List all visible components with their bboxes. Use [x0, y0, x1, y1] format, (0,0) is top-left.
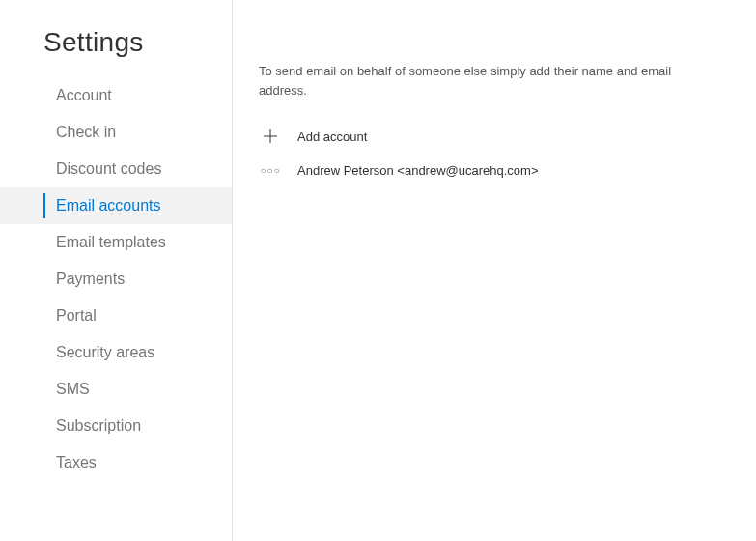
sidebar-item-label: Discount codes: [56, 160, 161, 177]
sidebar-item-label: Email templates: [56, 234, 166, 250]
sidebar-item-label: Subscription: [56, 417, 141, 434]
sidebar-list: Account Check in Discount codes Email ac…: [0, 77, 232, 481]
account-item[interactable]: ○○○ Andrew Peterson <andrew@ucarehq.com>: [259, 157, 727, 184]
description-text: To send email on behalf of someone else …: [259, 62, 713, 100]
sidebar-item-label: Account: [56, 87, 112, 103]
sidebar-item-label: Payments: [56, 270, 125, 287]
sidebar-item-label: SMS: [56, 381, 90, 397]
sidebar-item-label: Portal: [56, 307, 97, 324]
sidebar-item-label: Taxes: [56, 454, 97, 470]
add-account-button[interactable]: Add account: [259, 123, 727, 150]
sidebar-item-check-in[interactable]: Check in: [0, 114, 232, 151]
more-icon[interactable]: ○○○: [259, 165, 282, 176]
sidebar-item-sms[interactable]: SMS: [0, 371, 232, 408]
sidebar-item-label: Email accounts: [56, 197, 161, 214]
sidebar-item-security-areas[interactable]: Security areas: [0, 334, 232, 371]
add-account-label: Add account: [297, 129, 367, 144]
sidebar-item-portal[interactable]: Portal: [0, 298, 232, 334]
sidebar-item-discount-codes[interactable]: Discount codes: [0, 151, 232, 187]
sidebar-item-account[interactable]: Account: [0, 77, 232, 114]
sidebar: Settings Account Check in Discount codes…: [0, 0, 233, 541]
page-title: Settings: [0, 27, 232, 58]
sidebar-item-payments[interactable]: Payments: [0, 261, 232, 298]
sidebar-item-label: Check in: [56, 124, 116, 140]
plus-icon: [259, 128, 282, 144]
sidebar-item-label: Security areas: [56, 344, 154, 360]
account-display: Andrew Peterson <andrew@ucarehq.com>: [297, 163, 539, 178]
sidebar-item-subscription[interactable]: Subscription: [0, 408, 232, 444]
sidebar-item-email-accounts[interactable]: Email accounts: [0, 187, 232, 224]
sidebar-item-email-templates[interactable]: Email templates: [0, 224, 232, 261]
sidebar-item-taxes[interactable]: Taxes: [0, 444, 232, 481]
main-content: To send email on behalf of someone else …: [233, 0, 756, 541]
